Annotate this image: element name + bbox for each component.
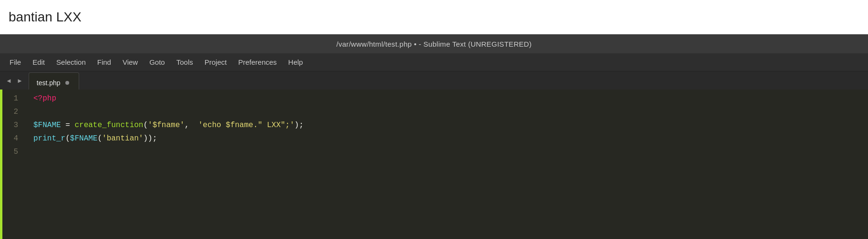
menu-edit[interactable]: Edit — [28, 56, 50, 68]
code-line-5 — [33, 146, 868, 159]
tab-navigation-arrows[interactable]: ◄ ► — [0, 71, 29, 90]
code-token-fname-var: $FNAME — [33, 119, 61, 132]
menu-view[interactable]: View — [118, 56, 143, 68]
tab-arrow-right[interactable]: ► — [15, 76, 25, 85]
code-token-bantian-string: 'bantian' — [102, 132, 143, 145]
code-token-fname-call: $FNAME — [70, 132, 98, 145]
code-line-4: print_r ( $FNAME ( 'bantian' )); — [33, 132, 868, 146]
tab-arrow-left[interactable]: ◄ — [4, 76, 14, 85]
code-editor[interactable]: <?php $FNAME = create_function ( '$fname… — [25, 90, 868, 239]
line-num-1: 1 — [13, 92, 18, 106]
menu-project[interactable]: Project — [200, 56, 232, 68]
line-num-5: 5 — [13, 146, 18, 159]
menu-help[interactable]: Help — [283, 56, 308, 68]
line-num-4: 4 — [13, 132, 18, 146]
active-tab[interactable]: test.php — [29, 72, 79, 90]
editor-area[interactable]: 1 2 3 4 5 <?php $FNAME = create_function… — [0, 90, 868, 239]
app-title-bar: bantian LXX — [0, 0, 868, 34]
code-line-1: <?php — [33, 92, 868, 106]
app-title: bantian LXX — [9, 10, 82, 25]
menu-preferences[interactable]: Preferences — [233, 56, 281, 68]
code-token-create-function: create_function — [74, 119, 143, 132]
accent-bar — [0, 90, 2, 239]
tab-bar: ◄ ► test.php — [0, 71, 868, 90]
code-token-string1: '$fname' — [148, 119, 185, 132]
code-token-print-r: print_r — [33, 132, 65, 145]
tab-unsaved-indicator — [65, 81, 69, 85]
line-numbers: 1 2 3 4 5 — [0, 90, 25, 239]
code-token-phptag: <?php — [33, 92, 56, 105]
menu-bar: File Edit Selection Find View Goto Tools… — [0, 53, 868, 71]
menu-selection[interactable]: Selection — [52, 56, 91, 68]
code-token-string2: 'echo $fname." LXX";' — [198, 119, 295, 132]
title-bar-text: /var/www/html/test.php • - Sublime Text … — [336, 40, 532, 48]
menu-tools[interactable]: Tools — [172, 56, 198, 68]
line-num-3: 3 — [13, 119, 18, 132]
menu-find[interactable]: Find — [93, 56, 116, 68]
tab-filename: test.php — [37, 79, 61, 87]
code-line-2 — [33, 106, 868, 119]
line-num-2: 2 — [13, 106, 18, 119]
menu-goto[interactable]: Goto — [145, 56, 170, 68]
code-line-3: $FNAME = create_function ( '$fname' , 'e… — [33, 119, 868, 132]
title-bar: /var/www/html/test.php • - Sublime Text … — [0, 34, 868, 53]
sublime-window: /var/www/html/test.php • - Sublime Text … — [0, 34, 868, 239]
menu-file[interactable]: File — [5, 56, 26, 68]
